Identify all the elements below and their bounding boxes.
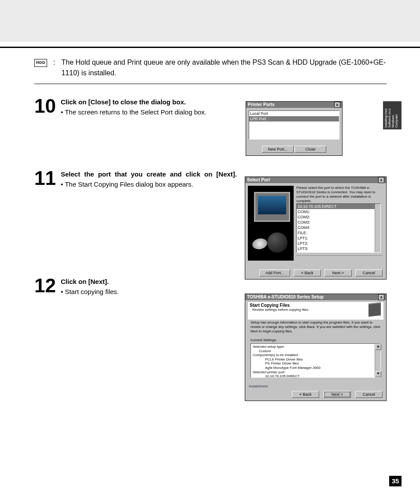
current-settings-label: Current Settings: xyxy=(251,338,277,342)
list-item[interactable]: FILE: xyxy=(297,230,380,235)
settings-line: Custom xyxy=(253,349,379,353)
close-icon[interactable]: x xyxy=(334,102,340,108)
settings-line: 10.10.70.105:DIRECT xyxy=(253,374,379,379)
select-port-listbox[interactable]: 10.10.70.105:DIRECT COM1: COM2: COM3: CO… xyxy=(296,203,381,253)
step-10-title: Click on [Close] to close the dialog box… xyxy=(61,97,237,107)
select-port-dialog: Select Port x Please select the port to … xyxy=(245,177,387,280)
close-button[interactable]: Close xyxy=(295,146,326,153)
settings-line: Component(s) to be installed: xyxy=(253,353,379,357)
step-11-bullet: • The Start Copying Files dialog box app… xyxy=(61,180,237,189)
list-item[interactable]: LPR Port xyxy=(249,116,339,121)
close-icon[interactable]: x xyxy=(378,294,384,300)
printer-ports-listbox[interactable]: Local Port LPR Port xyxy=(249,110,339,140)
cancel-button[interactable]: Cancel xyxy=(355,269,383,276)
next-button[interactable]: Next > xyxy=(324,391,351,398)
page-header-band xyxy=(0,0,420,42)
select-port-title: Select Port xyxy=(247,177,270,183)
disk-icon xyxy=(368,302,381,317)
scrollbar[interactable]: ▲ ▼ xyxy=(375,344,380,377)
list-item[interactable]: COM1: xyxy=(297,209,380,214)
settings-line: Selected printer port: xyxy=(253,370,379,375)
cancel-button[interactable]: Cancel xyxy=(355,391,383,398)
hdd-note-text: The Hold queue and Print queue are only … xyxy=(61,57,387,78)
close-icon[interactable]: x xyxy=(378,177,384,183)
current-settings-box: Selected setup type: Custom Component(s)… xyxy=(251,343,381,378)
list-item[interactable]: COM4: xyxy=(297,225,380,230)
step-12-title: Click on [Next]. xyxy=(61,277,237,286)
settings-line: PS Printer Driver files xyxy=(253,361,379,366)
settings-line: Agfa Monotype Font Manager 2000 xyxy=(253,366,379,370)
list-item[interactable]: Local Port xyxy=(249,111,339,116)
step-10-bullet: • The screen returns to the Select Port … xyxy=(61,107,237,117)
new-port-button[interactable]: New Port... xyxy=(262,146,294,153)
start-copying-header: Start Copying Files Review settings befo… xyxy=(248,302,383,320)
step-12-bullet: • Start copying files. xyxy=(61,287,237,296)
globe-icon xyxy=(267,232,287,253)
hdd-colon: : xyxy=(53,57,55,68)
select-port-titlebar: Select Port x xyxy=(245,177,386,183)
divider xyxy=(296,255,383,256)
list-item[interactable]: 10.10.70.105:DIRECT xyxy=(297,204,380,209)
add-port-button[interactable]: Add Port... xyxy=(259,269,290,276)
list-item[interactable]: COM3: xyxy=(297,220,380,225)
settings-line: Selected setup type: xyxy=(253,345,379,349)
printer-ports-title: Printer Ports xyxy=(248,102,275,108)
back-button[interactable]: < Back xyxy=(292,391,319,398)
back-button[interactable]: < Back xyxy=(294,269,321,276)
list-item[interactable]: LPT1: xyxy=(297,235,380,241)
cd-icon xyxy=(251,237,268,251)
start-copying-note: Setup has enough information to start co… xyxy=(251,320,381,334)
settings-line: PCL6 Printer Driver files xyxy=(253,357,379,362)
select-port-instruction: Please select the port to which the TOSH… xyxy=(296,186,383,203)
printer-ports-dialog: Printer Ports x Local Port LPR Port New … xyxy=(246,101,343,156)
page-number: 35 xyxy=(389,476,402,486)
step-number-12: 12 xyxy=(34,277,59,294)
start-copying-title: TOSHIBA e-STUDIO810 Series Setup xyxy=(247,294,324,300)
start-copying-dialog: TOSHIBA e-STUDIO810 Series Setup x Start… xyxy=(245,294,387,401)
note-divider xyxy=(34,84,387,84)
list-item[interactable]: LPT3: xyxy=(297,246,380,251)
list-item[interactable]: COM2: xyxy=(297,214,380,220)
start-copying-titlebar: TOSHIBA e-STUDIO810 Series Setup x xyxy=(245,294,386,300)
installshield-label: InstallShield xyxy=(249,384,268,388)
next-button[interactable]: Next > xyxy=(324,269,352,276)
wizard-art xyxy=(248,186,294,261)
hdd-icon: HDD xyxy=(34,59,47,67)
step-number-10: 10 xyxy=(34,97,59,115)
scroll-up-icon[interactable]: ▲ xyxy=(375,344,381,350)
start-copying-header-sub: Review settings before copying files. xyxy=(252,308,382,312)
step-11-title: Select the port that you create and clic… xyxy=(61,169,237,179)
list-item[interactable]: LPT2: xyxy=(297,241,380,246)
printer-ports-titlebar: Printer Ports x xyxy=(246,102,342,108)
step-number-11: 11 xyxy=(34,169,59,187)
start-copying-header-title: Start Copying Files xyxy=(250,303,382,308)
page-header-rule xyxy=(0,47,420,48)
hdd-note-row: HDD : The Hold queue and Print queue are… xyxy=(34,57,387,78)
scroll-down-icon[interactable]: ▼ xyxy=(375,371,381,377)
scrollbar[interactable] xyxy=(375,204,380,252)
monitor-icon xyxy=(254,192,290,222)
